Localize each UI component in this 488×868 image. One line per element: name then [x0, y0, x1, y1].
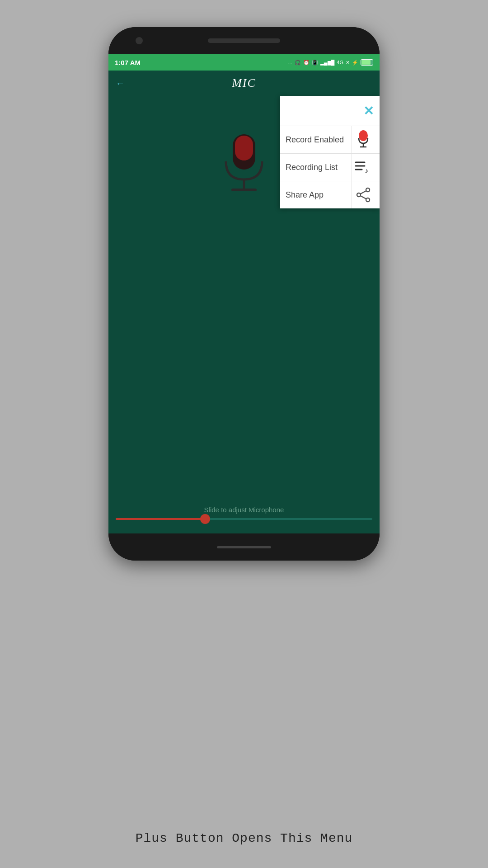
signal-icon: ▂▄▆█	[320, 60, 335, 66]
phone-home-bar	[217, 546, 271, 548]
status-bar: 1:07 AM ... 🎧 ⏰ 📳 ▂▄▆█ 4G ✕ ⚡	[108, 54, 380, 71]
main-content: ✕ Record Enabled	[108, 96, 380, 533]
menu-item-record-enabled[interactable]: Record Enabled	[280, 126, 380, 154]
menu-item-recording-list[interactable]: Recording List ♪	[280, 154, 380, 181]
phone-speaker	[208, 38, 280, 43]
phone-frame: 1:07 AM ... 🎧 ⏰ 📳 ▂▄▆█ 4G ✕ ⚡ ←	[108, 27, 380, 561]
bottom-caption: Plus Button Opens This Menu	[136, 831, 353, 845]
record-enabled-icon-wrap	[352, 126, 374, 153]
slider-thumb[interactable]	[200, 514, 210, 524]
phone-top-bezel	[108, 27, 380, 54]
outer-wrapper: 1:07 AM ... 🎧 ⏰ 📳 ▂▄▆█ 4G ✕ ⚡ ←	[0, 0, 488, 868]
app-header: ← MIC	[108, 71, 380, 96]
recording-list-label: Recording List	[286, 155, 338, 180]
phone-camera	[136, 37, 143, 44]
mic-red-icon	[355, 130, 371, 150]
dots-icon: ...	[288, 60, 292, 65]
close-menu-icon: ✕	[363, 104, 374, 118]
slider-area: Slide to adjust Microphone	[108, 506, 380, 520]
battery-icon	[361, 59, 373, 66]
no-signal-icon: ✕	[346, 60, 350, 66]
network-type: 4G	[337, 60, 343, 65]
phone-bottom-bezel	[108, 533, 380, 561]
alarm-icon: ⏰	[303, 60, 310, 66]
share-app-label: Share App	[286, 182, 324, 208]
headphone-icon: 🎧	[295, 60, 301, 66]
recording-list-icon-wrap: ♪	[352, 154, 374, 181]
close-menu-icon-wrap[interactable]: ✕	[357, 99, 380, 122]
vibrate-icon: 📳	[312, 60, 318, 66]
status-time: 1:07 AM	[115, 59, 141, 66]
slider-track[interactable]	[116, 518, 372, 520]
record-enabled-label: Record Enabled	[286, 127, 344, 153]
svg-rect-13	[235, 136, 253, 160]
svg-text:♪: ♪	[365, 167, 368, 175]
charging-icon: ⚡	[352, 60, 358, 66]
battery-fill	[361, 60, 371, 65]
slider-fill	[116, 518, 206, 520]
dropdown-menu: ✕ Record Enabled	[280, 96, 380, 208]
phone-screen: 1:07 AM ... 🎧 ⏰ 📳 ▂▄▆█ 4G ✕ ⚡ ←	[108, 54, 380, 533]
menu-item-share-app[interactable]: Share App	[280, 181, 380, 208]
svg-point-0	[359, 130, 368, 141]
list-music-icon: ♪	[355, 159, 372, 176]
svg-point-9	[357, 193, 361, 197]
center-mic-icon	[217, 132, 271, 204]
svg-line-11	[360, 196, 366, 199]
share-icon	[356, 187, 371, 203]
mic-center	[217, 132, 271, 204]
svg-point-8	[366, 198, 370, 202]
svg-point-7	[366, 188, 370, 192]
back-button[interactable]: ←	[116, 78, 125, 89]
status-icons: ... 🎧 ⏰ 📳 ▂▄▆█ 4G ✕ ⚡	[288, 59, 373, 66]
svg-line-10	[360, 191, 366, 194]
close-menu-row[interactable]: ✕	[280, 96, 380, 126]
app-title: MIC	[232, 76, 256, 90]
share-app-icon-wrap	[352, 181, 374, 208]
slider-label: Slide to adjust Microphone	[204, 506, 284, 514]
